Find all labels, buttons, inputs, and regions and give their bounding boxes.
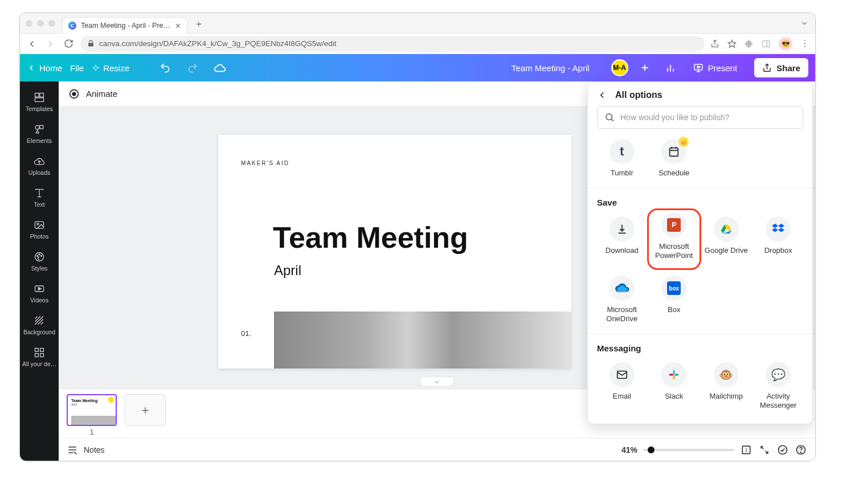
option-activity-messenger[interactable]: 💬 Activity Messenger [754, 359, 804, 416]
minimize-window-icon[interactable] [37, 20, 44, 27]
slide-title-text[interactable]: Team Meeting [273, 220, 468, 255]
bookmark-icon[interactable] [727, 39, 737, 48]
svg-marker-7 [97, 67, 100, 69]
thumbnail-badge-icon [108, 397, 114, 403]
premium-crown-icon: 👑 [678, 137, 689, 147]
checkmark-status-icon[interactable] [776, 444, 789, 456]
option-schedule[interactable]: 👑 Schedule [649, 136, 700, 183]
back-button[interactable] [26, 38, 38, 50]
side-panel-icon[interactable] [762, 39, 771, 48]
add-user-button[interactable] [636, 58, 653, 77]
option-onedrive[interactable]: Microsoft OneDrive [597, 272, 647, 329]
option-mailchimp[interactable]: 🐵 Mailchimp [701, 359, 751, 416]
user-avatar[interactable]: M-A [611, 59, 628, 76]
svg-point-30 [37, 255, 38, 256]
sidebar-item-all-your-designs[interactable]: All your de… [20, 341, 59, 373]
svg-rect-42 [35, 354, 39, 357]
share-button[interactable]: Share [754, 58, 808, 77]
forward-button[interactable] [44, 38, 56, 50]
option-email[interactable]: Email [597, 359, 647, 416]
close-tab-icon[interactable]: ✕ [175, 22, 181, 30]
search-icon [604, 112, 615, 122]
svg-line-38 [38, 319, 43, 325]
notes-button[interactable]: Notes [84, 445, 105, 454]
slide[interactable]: MAKER'S AID Team Meeting April 01. [218, 135, 571, 368]
svg-rect-40 [35, 349, 39, 352]
tab-title: Team Meeting - April - Present [81, 22, 170, 30]
sidebar-item-text[interactable]: Text [20, 182, 59, 214]
svg-rect-41 [40, 349, 44, 352]
resize-menu[interactable]: Resize [92, 63, 129, 73]
option-dropbox[interactable]: Dropbox [754, 213, 804, 270]
profile-avatar-icon[interactable]: 😎 [779, 37, 792, 51]
browser-tab[interactable]: C Team Meeting - April - Present ✕ [62, 17, 187, 34]
collapse-thumbnails-icon[interactable] [420, 378, 454, 387]
sidebar-item-background[interactable]: Background [20, 309, 59, 341]
slide-image-placeholder[interactable] [274, 312, 571, 368]
publish-search-input[interactable]: How would you like to publish? [597, 106, 803, 129]
sidebar-item-videos[interactable]: Videos [20, 277, 59, 309]
popover-back-button[interactable] [597, 90, 607, 100]
tabs-overflow-icon[interactable] [800, 19, 808, 27]
cloud-sync-icon[interactable] [210, 58, 230, 77]
home-button[interactable]: Home [27, 63, 62, 73]
maximize-window-icon[interactable] [48, 20, 55, 27]
close-window-icon[interactable] [26, 20, 32, 27]
share-icon [762, 63, 772, 73]
present-icon [693, 63, 703, 73]
share-popover: All options How would you like to publis… [587, 81, 813, 424]
option-slack[interactable]: Slack [649, 359, 700, 416]
option-download[interactable]: Download [597, 213, 647, 270]
svg-point-31 [39, 254, 40, 255]
analytics-button[interactable] [661, 58, 680, 77]
svg-marker-34 [38, 288, 41, 290]
svg-point-21 [35, 125, 39, 129]
messaging-section-title: Messaging [597, 343, 803, 353]
option-label: Slack [665, 392, 683, 410]
reload-button[interactable] [62, 38, 75, 50]
slack-icon [668, 369, 680, 380]
option-google-drive[interactable]: Google Drive [701, 213, 751, 270]
extensions-icon[interactable] [745, 39, 754, 48]
help-button[interactable] [795, 444, 807, 456]
page-thumbnail-1[interactable]: Team Meeting April 1 [67, 394, 117, 436]
animate-button[interactable]: Animate [86, 89, 117, 99]
sidebar-item-uploads[interactable]: Uploads [20, 150, 59, 182]
zoom-slider[interactable] [643, 449, 734, 451]
fullscreen-button[interactable] [758, 444, 771, 456]
svg-rect-72 [673, 370, 675, 375]
thumbnail-page-number: 1 [67, 428, 117, 436]
svg-line-57 [611, 119, 613, 121]
browser-menu-icon[interactable]: ⋮ [800, 38, 809, 49]
slide-brand-text[interactable]: MAKER'S AID [241, 160, 289, 166]
present-button[interactable]: Present [688, 63, 743, 73]
zoom-value[interactable]: 41% [621, 445, 637, 454]
slide-subtitle-text[interactable]: April [274, 263, 301, 278]
page-view-button[interactable]: 1 [740, 444, 752, 456]
option-powerpoint-highlighted[interactable]: P Microsoft PowerPoint [647, 208, 702, 270]
svg-rect-2 [763, 40, 770, 47]
url-bar[interactable]: canva.com/design/DAFAkZPK4_k/Cw_3g_PQE9E… [80, 36, 705, 52]
option-tumblr[interactable]: t Tumblr [597, 136, 647, 183]
undo-button[interactable] [156, 58, 175, 77]
calendar-icon [668, 145, 680, 158]
sidebar-item-templates[interactable]: Templates [20, 86, 59, 118]
file-label: File [70, 63, 84, 73]
document-title[interactable]: Team Meeting - April [512, 63, 590, 73]
sidebar-item-photos[interactable]: Photos [20, 214, 59, 245]
option-box[interactable]: box Box [649, 272, 700, 329]
option-label: Microsoft OneDrive [597, 305, 647, 323]
file-menu[interactable]: File [70, 63, 84, 73]
redo-button[interactable] [183, 58, 202, 77]
svg-rect-74 [673, 375, 675, 380]
sidebar-item-styles[interactable]: Styles [20, 245, 59, 277]
new-tab-button[interactable]: ＋ [191, 17, 207, 32]
sidebar-item-elements[interactable]: Elements [20, 118, 59, 150]
share-page-icon[interactable] [710, 39, 719, 48]
svg-text:1: 1 [745, 447, 748, 453]
slide-number-text[interactable]: 01. [241, 329, 251, 338]
tumblr-icon: t [620, 144, 624, 159]
window-controls[interactable] [26, 20, 55, 27]
svg-marker-14 [697, 66, 700, 68]
add-page-button[interactable]: ＋ [125, 394, 166, 426]
